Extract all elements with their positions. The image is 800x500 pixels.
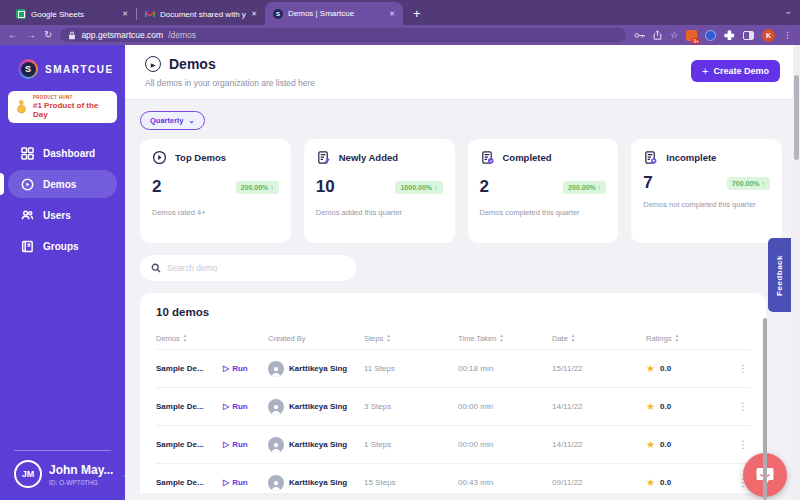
password-key-icon[interactable] [634, 31, 645, 40]
date-cell: 14/11/22 [552, 402, 646, 411]
sidebar-item-dashboard[interactable]: Dashboard [8, 139, 117, 167]
sidebar-item-users[interactable]: Users [8, 201, 117, 229]
steps-cell: 15 Steps [364, 478, 458, 487]
product-hunt-badge[interactable]: PRODUCT HUNT #1 Product of the Day [8, 91, 117, 123]
play-icon: ▷ [223, 440, 229, 449]
table-row[interactable]: Sample De...▷Run Karttikeya Sing 3 Steps… [156, 387, 750, 425]
trend-up-icon: ↑ [598, 184, 602, 191]
user-id: ID: O-WP70THG [49, 479, 113, 486]
new-tab-button[interactable]: + [413, 6, 421, 21]
url-path: /demos [168, 30, 196, 40]
run-button[interactable]: ▷Run [223, 364, 248, 373]
brand: S SMARTCUE [0, 45, 125, 79]
table-row[interactable]: Sample De...▷Run Karttikeya Sing 1 Steps… [156, 425, 750, 463]
demo-name: Sample De... [156, 364, 216, 373]
stat-card-incomplete: Incomplete 7 700.00%↑ Demos not complete… [631, 139, 782, 243]
user-name: John May... [49, 463, 113, 477]
close-icon[interactable]: ✕ [251, 10, 257, 18]
address-bar[interactable]: app.getsmartcue.com/demos [60, 28, 626, 42]
bookmark-star-icon[interactable]: ☆ [670, 31, 678, 40]
smartcue-favicon-icon: S [273, 9, 283, 19]
time-cell: 00:18 min [458, 364, 552, 373]
creator-name: Karttikeya Sing [289, 402, 347, 411]
run-button[interactable]: ▷Run [223, 440, 248, 449]
row-menu-icon[interactable]: ⋮ [726, 401, 750, 412]
side-panel-icon[interactable] [743, 31, 754, 40]
column-date[interactable]: Date [552, 334, 646, 343]
column-steps[interactable]: Steps [364, 334, 458, 343]
table-row[interactable]: Sample De...▷Run Karttikeya Sing 15 Step… [156, 463, 750, 493]
search-input[interactable] [167, 263, 345, 273]
table-scrollbar[interactable] [763, 318, 767, 500]
window-chevron-icon[interactable]: ⌄ [784, 6, 792, 16]
clipboard-alert-icon [643, 150, 658, 165]
stat-card-completed: Completed 2 200.00%↑ Demos completed thi… [468, 139, 619, 243]
demos-page-icon: ▶ [145, 56, 161, 72]
creator-name: Karttikeya Sing [289, 364, 347, 373]
close-icon[interactable]: ✕ [122, 10, 128, 18]
sidebar-user-section[interactable]: JM John May... ID: O-WP70THG ⌄ [0, 450, 125, 492]
browser-profile-avatar[interactable]: K [762, 29, 775, 42]
table-title: 10 demos [156, 306, 750, 318]
steps-cell: 11 Steps [364, 364, 458, 373]
steps-cell: 3 Steps [364, 402, 458, 411]
play-icon: ▷ [223, 402, 229, 411]
stats-row: Top Demos 2 200.00%↑ Demos rated 4+ Newl… [140, 139, 782, 243]
run-button[interactable]: ▷Run [223, 402, 248, 411]
demo-name: Sample De... [156, 478, 216, 487]
play-icon: ▷ [223, 364, 229, 373]
feedback-tab[interactable]: Feedback [768, 238, 791, 312]
tab-google-sheets[interactable]: Google Sheets ✕ [8, 3, 136, 25]
gmail-favicon-icon [145, 9, 155, 19]
date-cell: 15/11/22 [552, 364, 646, 373]
search-box[interactable] [140, 255, 356, 281]
scrollbar-thumb[interactable] [794, 75, 799, 160]
table-row[interactable]: Sample De...▷Run Karttikeya Sing 11 Step… [156, 349, 750, 387]
tab-demos-smartcue[interactable]: S Demos | Smartcue ✕ [265, 2, 403, 25]
extensions-puzzle-icon[interactable] [724, 30, 735, 41]
stat-card-top-demos: Top Demos 2 200.00%↑ Demos rated 4+ [140, 139, 291, 243]
star-icon: ★ [646, 363, 655, 374]
sidebar-item-groups[interactable]: Groups [8, 232, 117, 260]
browser-scrollbar[interactable] [793, 45, 800, 500]
trend-up-icon: ↑ [762, 180, 766, 187]
rating-cell: ★0.0 [646, 439, 726, 450]
reload-button[interactable]: ↻ [44, 30, 52, 40]
play-icon: ▷ [223, 478, 229, 487]
forward-button[interactable]: → [26, 30, 36, 40]
row-menu-icon[interactable]: ⋮ [726, 439, 750, 450]
stat-value: 2 [152, 177, 161, 197]
product-hunt-eyebrow: PRODUCT HUNT [33, 95, 110, 100]
stat-change-badge: 1000.00%↑ [395, 181, 442, 194]
star-icon: ★ [646, 477, 655, 488]
column-time-taken[interactable]: Time Taken [458, 334, 552, 343]
sort-icon [571, 334, 575, 342]
row-menu-icon[interactable]: ⋮ [726, 363, 750, 374]
product-hunt-title: #1 Product of the Day [33, 101, 110, 119]
trend-up-icon: ↑ [434, 184, 438, 191]
create-demo-button[interactable]: + Create Demo [691, 60, 780, 82]
stat-title: Completed [503, 152, 552, 163]
column-created-by[interactable]: Created By [268, 334, 364, 343]
search-icon [151, 263, 161, 273]
browser-menu-icon[interactable]: ⋮ [783, 31, 792, 40]
extension-blue-icon[interactable] [705, 30, 716, 41]
browser-toolbar: ← → ↻ app.getsmartcue.com/demos ☆ 9+ K ⋮ [0, 25, 800, 45]
time-cell: 00:00 min [458, 402, 552, 411]
creator-name: Karttikeya Sing [289, 440, 347, 449]
creator-avatar [268, 475, 284, 491]
tab-gmail-document[interactable]: Document shared with you: "G ✕ [137, 3, 265, 25]
close-icon[interactable]: ✕ [389, 10, 395, 18]
run-button[interactable]: ▷Run [223, 478, 248, 487]
sidebar-item-demos[interactable]: Demos [8, 170, 117, 198]
creator-avatar [268, 437, 284, 453]
share-icon[interactable] [653, 30, 662, 40]
extension-orange-icon[interactable]: 9+ [686, 30, 697, 41]
period-dropdown[interactable]: Quarterly ⌄ [140, 111, 205, 130]
nav-label: Dashboard [43, 148, 95, 159]
stat-card-newly-added: Newly Added 10 1000.00%↑ Demos added thi… [304, 139, 455, 243]
back-button[interactable]: ← [8, 30, 18, 40]
column-demos[interactable]: Demos [156, 334, 268, 343]
column-ratings[interactable]: Ratings [646, 334, 726, 343]
star-icon: ★ [646, 401, 655, 412]
